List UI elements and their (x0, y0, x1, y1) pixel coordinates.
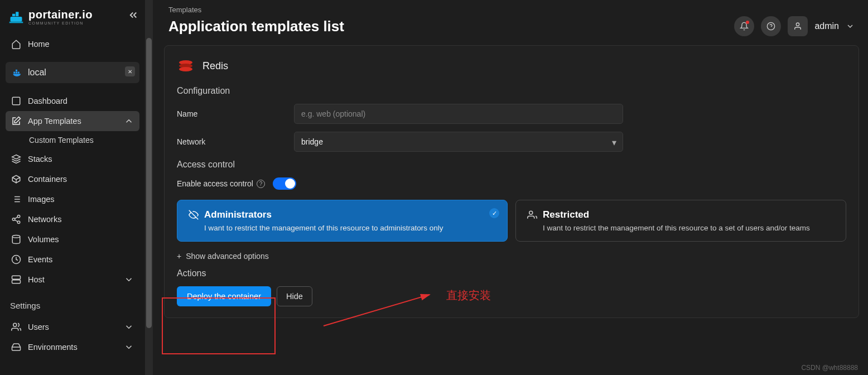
show-advanced-link[interactable]: + Show advanced options (177, 252, 846, 261)
chevron-down-icon (124, 275, 134, 285)
sidebar-item-users[interactable]: Users (6, 317, 139, 337)
svg-rect-22 (12, 276, 21, 279)
users-icon (11, 322, 21, 332)
card-description: I want to restrict the management of thi… (189, 224, 496, 232)
users-icon (527, 210, 537, 220)
sidebar-item-host[interactable]: Host (6, 270, 139, 290)
svg-point-24 (13, 323, 17, 326)
sidebar-item-label: Host (28, 275, 45, 284)
sidebar-item-dashboard[interactable]: Dashboard (6, 91, 139, 111)
template-name: Redis (202, 60, 228, 72)
svg-rect-23 (12, 280, 21, 283)
user-avatar[interactable] (788, 16, 808, 36)
access-control-title: Access control (177, 160, 846, 170)
sidebar-item-stacks[interactable]: Stacks (6, 149, 139, 169)
svg-rect-8 (12, 97, 20, 105)
svg-line-18 (15, 217, 17, 219)
user-area: admin (734, 16, 855, 36)
svg-rect-6 (18, 72, 20, 74)
list-icon (11, 194, 21, 204)
card-title: Restricted (543, 209, 589, 220)
svg-point-33 (529, 211, 533, 214)
configuration-title: Configuration (177, 86, 846, 96)
main-content: Templates Application templates list adm… (155, 0, 868, 375)
svg-rect-7 (16, 70, 17, 71)
sidebar-item-images[interactable]: Images (6, 189, 139, 209)
settings-section-label: Settings (0, 293, 145, 314)
template-panel: Redis Configuration Name Network bridge … (164, 45, 859, 318)
share-icon (11, 214, 21, 224)
svg-rect-2 (16, 12, 18, 16)
brand-name: portainer.io (28, 8, 93, 21)
svg-point-31 (179, 67, 192, 71)
svg-point-17 (17, 221, 20, 224)
sidebar: portainer.io COMMUNITY EDITION Home loca… (0, 0, 145, 375)
notification-dot (746, 21, 749, 24)
home-icon (11, 39, 21, 49)
sidebar-item-label: Stacks (28, 155, 52, 164)
logo-area: portainer.io COMMUNITY EDITION (0, 0, 145, 31)
environment-name: local (28, 68, 46, 78)
help-icon[interactable]: ? (257, 180, 265, 188)
watermark: CSDN @wht88888 (801, 364, 858, 372)
chevron-up-icon (124, 116, 134, 126)
chevron-down-icon (124, 322, 134, 332)
sidebar-item-environments[interactable]: Environments (6, 337, 139, 357)
server-icon (11, 275, 21, 285)
sidebar-item-label: Users (28, 323, 49, 331)
plus-icon: + (177, 252, 181, 261)
sidebar-item-label: Dashboard (28, 97, 67, 105)
eye-off-icon (189, 210, 199, 220)
environment-header[interactable]: local ✕ (6, 62, 139, 83)
sidebar-item-networks[interactable]: Networks (6, 209, 139, 229)
hide-button[interactable]: Hide (277, 286, 312, 306)
access-card-restricted[interactable]: Restricted I want to restrict the manage… (515, 200, 846, 242)
access-control-toggle[interactable] (273, 177, 296, 190)
svg-rect-1 (12, 14, 15, 16)
svg-rect-0 (11, 17, 22, 22)
svg-point-28 (797, 23, 799, 26)
user-icon (793, 22, 802, 31)
sidebar-item-label: App Templates (28, 117, 81, 126)
sidebar-item-home[interactable]: Home (6, 34, 139, 54)
enable-access-label: Enable access control ? (177, 179, 265, 188)
deploy-button[interactable]: Deploy the container (177, 286, 271, 306)
breadcrumb[interactable]: Templates (155, 0, 868, 16)
notifications-button[interactable] (734, 16, 754, 36)
sidebar-item-events[interactable]: Events (6, 249, 139, 270)
svg-rect-3 (9, 22, 23, 23)
svg-rect-5 (16, 72, 17, 74)
sidebar-item-label: Networks (28, 215, 61, 224)
network-label: Network (177, 137, 294, 146)
sidebar-item-containers[interactable]: Containers (6, 169, 139, 189)
actions-title: Actions (177, 268, 846, 278)
sidebar-item-app-templates[interactable]: App Templates (6, 111, 139, 131)
help-circle-icon (766, 22, 775, 31)
box-icon (11, 174, 21, 184)
svg-point-16 (12, 218, 15, 221)
sidebar-item-volumes[interactable]: Volumes (6, 229, 139, 249)
access-card-administrators[interactable]: ✓ Administrators I want to restrict the … (177, 200, 508, 242)
clock-icon (11, 254, 21, 265)
sidebar-item-label: Environments (28, 343, 78, 352)
environment-close-button[interactable]: ✕ (125, 66, 135, 76)
sidebar-item-label: Volumes (28, 235, 59, 244)
redis-icon (177, 57, 195, 75)
dashboard-icon (11, 96, 21, 106)
sidebar-item-custom-templates[interactable]: Custom Templates (6, 131, 139, 149)
card-description: I want to restrict the management of thi… (527, 224, 835, 232)
chevron-down-icon[interactable] (846, 22, 855, 31)
sidebar-item-label: Custom Templates (29, 136, 94, 145)
sidebar-item-label: Images (28, 195, 55, 204)
sidebar-item-label: Containers (28, 175, 67, 184)
help-button[interactable] (761, 16, 781, 36)
sidebar-item-label: Events (28, 255, 52, 264)
svg-rect-4 (13, 72, 15, 74)
scrollbar-thumb[interactable] (146, 38, 152, 328)
svg-line-19 (15, 220, 17, 222)
database-icon (11, 234, 21, 244)
name-input[interactable] (294, 104, 623, 124)
sidebar-collapse-button[interactable] (128, 10, 138, 22)
user-name[interactable]: admin (814, 21, 839, 31)
network-select[interactable]: bridge (294, 132, 623, 152)
